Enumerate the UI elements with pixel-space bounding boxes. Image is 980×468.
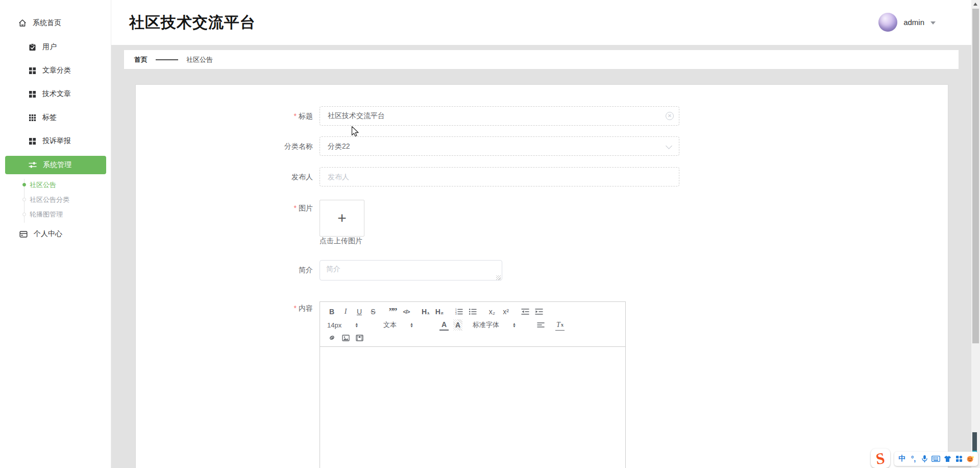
image-label: 图片 (136, 203, 313, 213)
code-block-button[interactable]: </> (402, 306, 411, 317)
grid-3x3-icon (29, 114, 36, 122)
clear-input-icon[interactable]: ✕ (666, 112, 674, 120)
punctuation-icon[interactable]: °, (908, 453, 918, 464)
highlight-color-button[interactable]: A (453, 319, 462, 331)
video-button[interactable] (355, 332, 364, 343)
ordered-list-button[interactable]: 123 (454, 306, 463, 317)
category-select-value: 分类22 (328, 142, 350, 150)
sidebar-item-label: 文章分类 (42, 66, 71, 75)
stepper-icon: ▲▼ (355, 322, 358, 327)
submenu-bullet (22, 183, 26, 186)
sidebar-item-users[interactable]: 用户 (0, 37, 111, 57)
top-header: 社区技术交流平台 admin (111, 0, 971, 45)
toolbar-row-2: 14px ▲▼ 文本 ▲▼ A A 标准字体 ▲▼ (327, 318, 618, 332)
sidebar-item-label: 投诉举报 (42, 136, 71, 146)
sidebar-item-personal-center[interactable]: 个人中心 (0, 224, 111, 244)
sidebar-item-label: 技术文章 (42, 89, 71, 99)
font-family-picker[interactable]: 标准字体 ▲▼ (473, 320, 529, 330)
image-button[interactable] (341, 332, 350, 343)
svg-text:3: 3 (455, 313, 457, 315)
outdent-button[interactable] (521, 306, 530, 317)
sidebar-item-label: 标签 (42, 113, 57, 122)
header-2-button[interactable]: H₂ (435, 306, 444, 317)
bullet-list-button[interactable] (468, 306, 477, 317)
sidebar-item-label: 个人中心 (34, 229, 62, 239)
chevron-down-icon (930, 21, 936, 25)
sidebar-subitem-carousel-management[interactable]: 轮播图管理 (30, 208, 63, 221)
link-button[interactable] (327, 332, 336, 343)
sidebar-item-label: 用户 (42, 42, 57, 52)
italic-button[interactable]: I (341, 306, 350, 317)
sidebar-item-label: 系统管理 (43, 160, 71, 170)
sliders-icon (29, 161, 37, 169)
sidebar-item-complaints[interactable]: 投诉举报 (0, 131, 111, 151)
scrollbar[interactable] (971, 0, 980, 468)
sogou-logo[interactable]: S (871, 449, 890, 468)
scrollbar-thumb[interactable] (972, 9, 979, 343)
user-name: admin (903, 18, 924, 27)
form-card: 标题 ✕ 分类名称 分类22 发布人 图片 + 点击上传图片 简介 内容 B I (135, 84, 948, 468)
header-1-button[interactable]: H₁ (421, 306, 430, 317)
superscript-button[interactable]: x² (501, 306, 510, 317)
sidebar-subitem-community-announcement[interactable]: 社区公告 (30, 179, 56, 191)
title-input[interactable] (320, 106, 679, 126)
category-select[interactable]: 分类22 (320, 136, 679, 156)
clear-format-button[interactable]: Tx (555, 319, 565, 331)
blockquote-button[interactable]: ”” (388, 306, 397, 317)
sidebar-subitem-announcement-category[interactable]: 社区公告分类 (30, 194, 69, 206)
sidebar-item-home[interactable]: 系统首页 (0, 13, 111, 33)
clipboard-check-icon (29, 43, 36, 51)
id-card-icon (19, 230, 28, 238)
plus-icon: + (337, 210, 347, 226)
submenu-bullet (22, 198, 26, 201)
text-color-button[interactable]: A (439, 319, 449, 331)
user-menu[interactable]: admin (878, 13, 936, 32)
content-label: 内容 (136, 303, 313, 313)
toolbar-row-3 (327, 332, 618, 344)
avatar[interactable] (878, 13, 897, 32)
grid-2x2-icon (29, 67, 36, 75)
stepper-icon: ▲▼ (410, 322, 413, 327)
breadcrumb: 首页 社区公告 (124, 50, 959, 69)
toolbox-grid-icon[interactable] (954, 453, 964, 464)
skin-icon[interactable] (942, 453, 952, 464)
emoji-icon[interactable] (965, 453, 975, 464)
bold-button[interactable]: B (327, 306, 336, 317)
publisher-input[interactable] (320, 167, 679, 186)
keyboard-icon[interactable] (931, 453, 941, 464)
publisher-label: 发布人 (136, 172, 313, 181)
subscript-button[interactable]: x₂ (487, 306, 497, 317)
sidebar-item-article-category[interactable]: 文章分类 (0, 60, 111, 81)
home-icon (18, 19, 27, 27)
indent-button[interactable] (534, 306, 544, 317)
sidebar-item-system-management[interactable]: 系统管理 (5, 156, 106, 174)
grid-2x2-icon (29, 90, 36, 98)
sidebar: 系统首页 用户 文章分类 技术文章 标签 投诉举报 系统管理 (0, 0, 111, 468)
breadcrumb-current: 社区公告 (186, 55, 213, 64)
category-label: 分类名称 (136, 142, 313, 151)
rich-text-editor: B I U S ”” </> H₁ H₂ 123 x₂ x² (320, 301, 626, 468)
grid-2x2-icon (29, 137, 36, 145)
submenu-bullet (22, 213, 26, 216)
underline-button[interactable]: U (355, 306, 364, 317)
chinese-mode-icon[interactable]: 中 (897, 453, 907, 464)
microphone-icon[interactable] (920, 453, 930, 464)
sidebar-item-label: 系统首页 (33, 18, 61, 28)
sidebar-item-tags[interactable]: 标签 (0, 107, 111, 128)
breadcrumb-separator (156, 59, 178, 60)
title-label: 标题 (136, 111, 313, 121)
align-button[interactable] (536, 319, 545, 331)
toolbar-row-1: B I U S ”” </> H₁ H₂ 123 x₂ x² (327, 305, 618, 318)
page-title: 社区技术交流平台 (129, 12, 256, 33)
text-style-picker[interactable]: 文本 ▲▼ (383, 320, 432, 330)
intro-label: 简介 (136, 265, 313, 274)
ime-toolbar: 中 °, (894, 452, 978, 466)
breadcrumb-home[interactable]: 首页 (134, 55, 148, 64)
image-upload-button[interactable]: + (320, 200, 364, 237)
font-size-picker[interactable]: 14px ▲▼ (327, 321, 376, 329)
resize-handle[interactable] (496, 275, 501, 280)
intro-textarea[interactable] (320, 260, 502, 280)
scroll-up-icon[interactable] (973, 3, 977, 6)
strikethrough-button[interactable]: S (369, 306, 378, 317)
sidebar-item-tech-article[interactable]: 技术文章 (0, 84, 111, 104)
